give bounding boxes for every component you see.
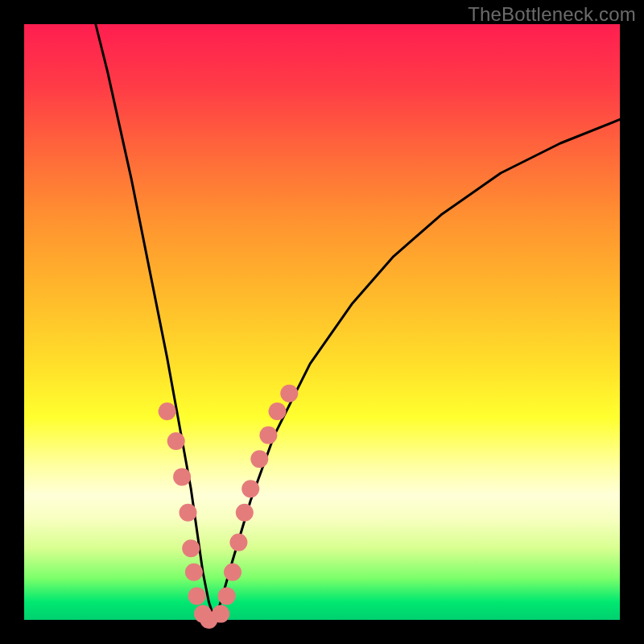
dot-dots-right	[212, 605, 229, 623]
watermark-label: TheBottleneck.com	[468, 3, 636, 26]
plot-area	[24, 24, 620, 620]
dot-dots-right	[259, 427, 277, 444]
dot-dots-right	[218, 587, 236, 605]
chart-layer	[96, 24, 620, 629]
dot-dots-right	[280, 385, 298, 402]
dot-dots-right	[236, 504, 254, 522]
dot-dots-right	[269, 402, 287, 420]
dot-dots-left	[182, 539, 200, 557]
dot-dots-right	[224, 564, 242, 581]
chart-svg	[24, 24, 620, 620]
dot-dots-left	[159, 402, 176, 420]
dot-dots-left	[185, 564, 203, 581]
curve-bottleneck-curve	[96, 24, 620, 620]
dot-dots-left	[188, 587, 206, 605]
dot-dots-right	[229, 534, 247, 551]
dot-dots-right	[242, 480, 259, 497]
chart-frame: TheBottleneck.com	[0, 0, 644, 644]
dot-dots-left	[180, 504, 197, 522]
dot-dots-left	[167, 432, 185, 450]
dot-dots-right	[250, 450, 268, 468]
dot-dots-left	[173, 468, 191, 485]
